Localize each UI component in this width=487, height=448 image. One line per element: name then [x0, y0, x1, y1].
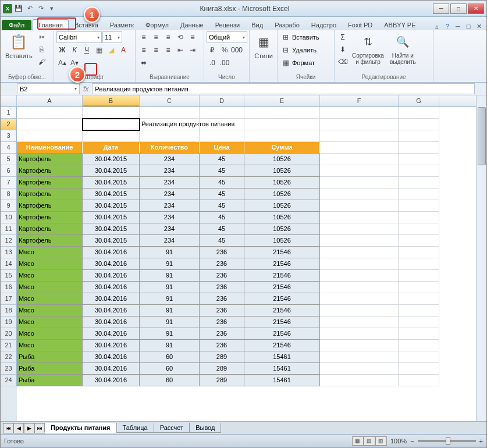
- sheet-nav-next[interactable]: ▶: [24, 423, 34, 433]
- close-button[interactable]: ✕: [468, 3, 484, 14]
- cell[interactable]: 60: [140, 351, 200, 363]
- fill-icon[interactable]: ⬇: [337, 44, 349, 55]
- cell[interactable]: 21546: [244, 293, 320, 305]
- format-cells-button[interactable]: ▦Формат: [280, 57, 315, 69]
- autosum-icon[interactable]: Σ: [337, 31, 349, 43]
- cell[interactable]: 15461: [244, 375, 320, 386]
- zoom-level[interactable]: 100%: [390, 438, 407, 445]
- cell[interactable]: [320, 270, 399, 282]
- cell[interactable]: 45: [200, 189, 244, 200]
- percent-icon[interactable]: %: [219, 44, 230, 56]
- orientation-icon[interactable]: ⟲: [175, 31, 186, 43]
- tab-formulas[interactable]: Формул: [140, 19, 175, 30]
- tab-foxit[interactable]: Foxit PD: [342, 19, 378, 30]
- cut-icon[interactable]: ✂: [36, 31, 48, 43]
- cell[interactable]: Мясо: [17, 247, 83, 258]
- cell[interactable]: Рыба: [17, 363, 83, 375]
- row-header-14[interactable]: 14: [1, 258, 17, 270]
- cell[interactable]: [399, 340, 439, 351]
- cell[interactable]: 30.04.2016: [83, 247, 140, 258]
- cell[interactable]: 10526: [244, 154, 320, 165]
- row-header-18[interactable]: 18: [1, 305, 17, 317]
- increase-decimal-icon[interactable]: .0: [207, 57, 218, 69]
- number-format-selector[interactable]: Общий▾: [207, 31, 247, 43]
- cell[interactable]: Мясо: [17, 305, 83, 317]
- row-header-4[interactable]: 4: [1, 142, 17, 154]
- align-left-icon[interactable]: ≡: [138, 44, 150, 56]
- cell[interactable]: [399, 305, 439, 317]
- row-header-2[interactable]: 2: [1, 119, 17, 130]
- cell[interactable]: 289: [200, 351, 244, 363]
- zoom-handle[interactable]: [446, 438, 450, 445]
- row-header-20[interactable]: 20: [1, 328, 17, 340]
- cell[interactable]: [140, 130, 200, 142]
- cell[interactable]: [83, 130, 140, 142]
- cell[interactable]: [200, 107, 244, 119]
- clear-icon[interactable]: ⌫: [337, 56, 349, 67]
- cell[interactable]: 30.04.2016: [83, 375, 140, 386]
- cell[interactable]: 236: [200, 247, 244, 258]
- italic-button[interactable]: К: [69, 44, 80, 56]
- maximize-button[interactable]: □: [450, 3, 467, 14]
- cell[interactable]: 10526: [244, 223, 320, 235]
- cell[interactable]: 234: [140, 200, 200, 212]
- cell[interactable]: [320, 107, 399, 119]
- cell[interactable]: 236: [200, 305, 244, 317]
- cell[interactable]: 91: [140, 258, 200, 270]
- row-header-10[interactable]: 10: [1, 212, 17, 223]
- row-header-23[interactable]: 23: [1, 363, 17, 375]
- doc-minimize-icon[interactable]: ─: [454, 22, 462, 30]
- cell[interactable]: Картофель: [17, 165, 83, 177]
- bold-button[interactable]: Ж: [56, 44, 68, 56]
- cell[interactable]: [320, 328, 399, 340]
- cell[interactable]: 30.04.2015: [83, 223, 140, 235]
- cell[interactable]: [244, 130, 320, 142]
- cell[interactable]: Цена: [200, 142, 244, 154]
- cells-area[interactable]: Реализация продуктов питанияНаименование…: [17, 107, 486, 421]
- cell[interactable]: [399, 351, 439, 363]
- copy-icon[interactable]: ⎘: [36, 44, 48, 55]
- col-header-B[interactable]: B: [83, 95, 140, 106]
- cell[interactable]: [399, 130, 439, 142]
- redo-icon[interactable]: ↷: [36, 4, 45, 13]
- cell[interactable]: [320, 293, 399, 305]
- cell[interactable]: 30.04.2015: [83, 154, 140, 165]
- cell[interactable]: 60: [140, 375, 200, 386]
- wrap-text-icon[interactable]: ≡: [187, 31, 198, 43]
- paste-button[interactable]: 📋 Вставить: [3, 31, 35, 61]
- cell[interactable]: 21546: [244, 340, 320, 351]
- cell[interactable]: [399, 235, 439, 247]
- cell[interactable]: [244, 107, 320, 119]
- cell[interactable]: 30.04.2015: [83, 177, 140, 189]
- cell[interactable]: [200, 130, 244, 142]
- cell[interactable]: 30.04.2016: [83, 340, 140, 351]
- cell[interactable]: 10526: [244, 177, 320, 189]
- col-header-G[interactable]: G: [399, 95, 439, 106]
- comma-icon[interactable]: 000: [231, 44, 243, 56]
- sheet-tab[interactable]: Таблица: [116, 423, 154, 433]
- doc-restore-icon[interactable]: □: [464, 22, 472, 30]
- cell[interactable]: Мясо: [17, 258, 83, 270]
- cell[interactable]: 30.04.2016: [83, 363, 140, 375]
- row-header-17[interactable]: 17: [1, 293, 17, 305]
- cell[interactable]: 21546: [244, 305, 320, 317]
- zoom-slider[interactable]: [418, 440, 476, 442]
- cell[interactable]: [320, 119, 399, 130]
- cell[interactable]: Дата: [83, 142, 140, 154]
- tab-addins[interactable]: Надстро: [305, 19, 342, 30]
- cell[interactable]: [320, 189, 399, 200]
- cell[interactable]: [320, 258, 399, 270]
- cell[interactable]: [140, 107, 200, 119]
- cell[interactable]: [399, 293, 439, 305]
- cell[interactable]: [320, 177, 399, 189]
- vertical-scrollbar[interactable]: [476, 95, 486, 421]
- cell[interactable]: Количество: [140, 142, 200, 154]
- tab-developer[interactable]: Разрабо: [269, 19, 305, 30]
- formula-bar[interactable]: Реализация продуктов питания: [92, 83, 475, 94]
- row-header-15[interactable]: 15: [1, 270, 17, 282]
- cell[interactable]: 91: [140, 328, 200, 340]
- cell[interactable]: 10526: [244, 189, 320, 200]
- qat-more-icon[interactable]: ▾: [47, 4, 56, 13]
- cell[interactable]: Мясо: [17, 340, 83, 351]
- tab-file[interactable]: Файл: [2, 20, 31, 30]
